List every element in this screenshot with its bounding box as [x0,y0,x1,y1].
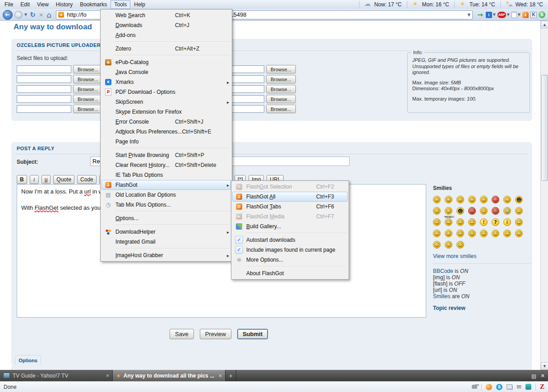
menu-item[interactable]: Start Private Browsing Ctrl+Shift+P [101,150,231,160]
weather-item[interactable]: Mon: 16 °C [407,1,454,8]
menu-item[interactable]: SkipScreen [101,97,231,107]
menu-item[interactable]: Integrated Gmail [101,237,231,247]
smiley-icon[interactable] [456,218,464,226]
smiley-icon[interactable] [480,230,488,237]
smiley-icon[interactable] [456,241,464,249]
tab-close-icon[interactable]: × [219,373,222,379]
browse-button[interactable]: Browse... [266,95,296,103]
browse-button[interactable]: Browse... [266,65,296,74]
menu-item[interactable]: Options... [101,213,231,223]
menu-item[interactable]: Add-ons [101,30,231,40]
back-button[interactable]: ← [3,10,13,20]
pdf-dropdown-icon[interactable]: ▼ [518,13,520,17]
bbcode-status-label[interactable]: Smilies [433,293,451,300]
action-button[interactable]: Save [170,329,194,339]
smiley-icon[interactable] [468,196,476,203]
smiley-icon[interactable] [433,230,441,237]
pdf-download-icon[interactable] [511,12,517,18]
action-button[interactable]: Preview [200,329,231,339]
update-icon[interactable] [486,384,492,390]
smiley-icon[interactable] [456,207,464,215]
menu-item[interactable]: Tab Mix Plus Options... [101,200,231,210]
file-input[interactable] [17,85,71,93]
menu-item[interactable] [115,42,230,42]
smiley-icon[interactable] [433,196,441,203]
menu-item[interactable]: More Options... [232,255,348,265]
menu-item[interactable]: FlashGot Selection Ctrl+F2 [232,182,348,192]
tab-close-icon[interactable]: × [106,373,109,379]
refresh-button[interactable]: ↻ [29,10,37,20]
new-tab-button[interactable]: + [226,370,236,381]
menu-item[interactable]: DownloadHelper [101,227,231,237]
home-button[interactable]: ⌂ [46,10,53,20]
file-input[interactable] [17,105,71,113]
menu-item[interactable] [246,233,347,234]
smiley-icon[interactable] [456,196,464,203]
bbcode-status-label[interactable]: [img] [433,274,445,281]
bbcode-status-label[interactable]: [flash] [433,281,447,287]
action-button[interactable]: Submit [237,329,268,339]
smiley-icon[interactable] [456,230,464,237]
menubar-item[interactable]: View [33,0,52,9]
menu-item[interactable]: FlashGot All Ctrl+F3 [232,192,348,202]
menu-item[interactable]: Xmarks [101,77,231,87]
menu-item[interactable]: Adblock Plus Preferences... Ctrl+Shift+E [101,127,231,137]
menu-item[interactable] [115,55,230,56]
smiley-icon[interactable] [468,207,476,215]
plug-icon[interactable] [472,385,477,389]
menu-item[interactable]: Skype Extension for Firefox [101,107,231,117]
menu-item[interactable]: Page Info [101,137,231,147]
smiley-icon[interactable] [480,196,488,203]
bbcode-button[interactable]: B [17,175,27,184]
history-dropdown-icon[interactable]: ▼ [24,13,27,17]
menu-item[interactable]: Old Location Bar Options [101,190,231,200]
go-arrow-icon[interactable]: → [476,11,484,19]
skype-status-icon[interactable]: S [496,384,502,390]
stop-button[interactable]: × [38,10,44,20]
menubar-item[interactable]: History [52,0,76,9]
menu-item[interactable]: ImageHost Grabber [101,250,231,260]
menubar-item[interactable]: Tools [111,0,130,9]
menu-item[interactable]: About FlashGot [232,268,348,278]
topic-review-link[interactable]: Topic review [433,305,465,311]
smiley-icon[interactable] [503,230,511,237]
bbcode-button[interactable]: i [30,175,39,184]
view-more-smilies-link[interactable]: View more smilies [433,253,476,259]
smiley-icon[interactable] [480,218,488,226]
menu-item[interactable]: Include images found in current page [232,245,348,255]
smiley-icon[interactable] [492,196,499,203]
menu-item[interactable]: IE Tab Plus Options [101,170,231,180]
browse-button[interactable]: Browse... [266,105,296,113]
smiley-icon[interactable] [433,218,441,226]
menu-item[interactable]: Java Console [101,67,231,77]
menubar-item[interactable]: File [1,0,17,9]
menu-item[interactable]: Error Console Ctrl+Shift+J [101,117,231,127]
smiley-icon[interactable] [492,207,499,215]
extension-dropdown-icon[interactable]: ▼ [493,13,496,17]
browser-tab[interactable]: Any way to download all the pics ... × [113,370,226,381]
weather-item[interactable]: Tue: 14 °C [454,1,500,8]
menu-item[interactable]: FlashGot Tabs Ctrl+F6 [232,202,348,212]
tabbar-close-icon[interactable]: × [541,372,544,379]
url-dropdown-icon[interactable]: ▼ [467,13,470,17]
smiley-icon[interactable]: YESS!! [445,218,452,226]
menu-item[interactable]: ePub-Catalog [101,57,231,67]
smiley-icon[interactable] [515,230,523,237]
smiley-icon[interactable] [492,218,499,226]
menu-item[interactable] [115,211,230,212]
smiley-icon[interactable] [503,218,511,226]
forward-button[interactable]: → [14,11,23,19]
scroll-up-arrow[interactable]: ▲ [541,21,548,28]
smiley-icon[interactable] [468,230,476,237]
smiley-icon[interactable] [503,196,511,203]
page-scrollbar[interactable]: ▲ ▼ [540,21,548,370]
menu-item[interactable]: Zotero Ctrl+Alt+Z [101,44,231,54]
smiley-icon[interactable] [445,207,452,215]
smiley-icon[interactable] [433,241,441,249]
browse-button[interactable]: Browse... [266,85,296,93]
scrollbar-thumb[interactable] [541,75,548,181]
smiley-icon[interactable] [515,218,523,226]
adblock-dropdown-icon[interactable]: ▼ [507,13,510,17]
menu-item[interactable]: Web Search Ctrl+K [101,10,231,20]
mail-icon[interactable]: ✉ [516,383,521,390]
